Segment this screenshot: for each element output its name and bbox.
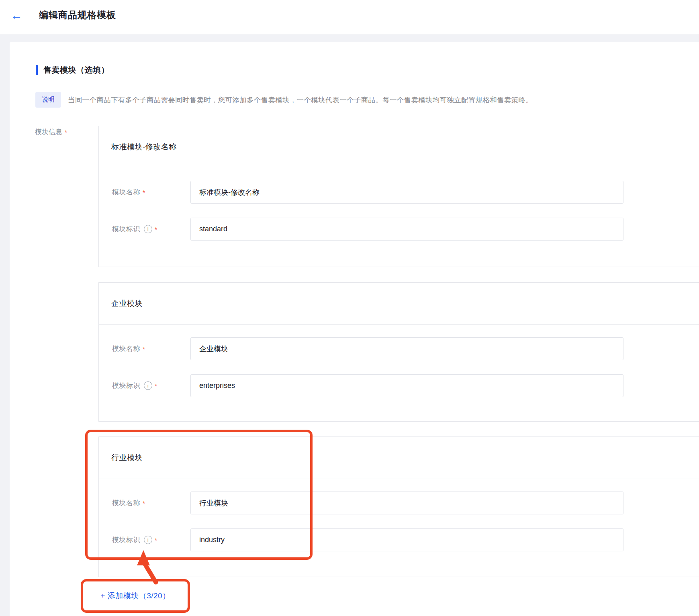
module-card-standard: 标准模块-修改名称 模块名称* 模块标识i* — [98, 126, 699, 267]
module-id-label: 模块标识 — [112, 224, 140, 234]
page-title: 编辑商品规格模板 — [39, 0, 116, 30]
module-id-row: 模块标识i* — [112, 218, 699, 241]
back-arrow-icon[interactable]: ← — [10, 0, 22, 30]
module-id-input[interactable] — [190, 528, 623, 551]
top-header: ← 编辑商品规格模板 — [0, 0, 699, 34]
module-id-input[interactable] — [190, 374, 623, 397]
card-divider — [99, 168, 699, 168]
section-accent-bar — [36, 65, 38, 75]
required-mark: * — [143, 346, 145, 353]
module-name-input[interactable] — [190, 181, 623, 204]
note-text: 当同一个商品下有多个子商品需要同时售卖时，您可添加多个售卖模块，一个模块代表一个… — [68, 95, 533, 105]
required-mark: * — [143, 190, 145, 197]
required-mark: * — [143, 500, 145, 508]
module-name-row: 模块名称* — [112, 337, 699, 360]
module-id-input[interactable] — [190, 218, 623, 241]
module-card-title: 标准模块-修改名称 — [111, 126, 177, 168]
required-mark: * — [65, 129, 67, 136]
module-card-enterprise: 企业模块 模块名称* 模块标识i* — [98, 282, 699, 422]
add-module-area: + 添加模块（3/20） — [81, 579, 190, 613]
required-mark: * — [155, 226, 157, 234]
card-divider — [99, 479, 699, 479]
module-name-row: 模块名称* — [112, 181, 699, 204]
module-id-row: 模块标识i* — [112, 528, 699, 551]
module-name-input[interactable] — [190, 492, 623, 514]
module-card-industry: 行业模块 模块名称* 模块标识i* — [98, 437, 699, 577]
card-divider — [99, 324, 699, 325]
required-mark: * — [155, 537, 157, 545]
info-icon[interactable]: i — [144, 225, 152, 233]
module-name-label: 模块名称 — [112, 498, 140, 508]
info-icon[interactable]: i — [144, 381, 152, 390]
module-id-row: 模块标识i* — [112, 374, 699, 397]
module-card-title: 企业模块 — [111, 283, 143, 324]
module-id-label: 模块标识 — [112, 535, 140, 545]
note-row: 说明 当同一个商品下有多个子商品需要同时售卖时，您可添加多个售卖模块，一个模块代… — [35, 92, 699, 108]
note-badge: 说明 — [35, 92, 61, 108]
add-module-button[interactable]: + 添加模块（3/20） — [100, 591, 170, 601]
required-mark: * — [155, 383, 157, 390]
module-id-label: 模块标识 — [112, 381, 140, 390]
screen: ← 编辑商品规格模板 售卖模块（选填） 说明 当同一个商品下有多个子商品需要同时… — [0, 0, 699, 616]
info-icon[interactable]: i — [144, 536, 152, 544]
module-info-label: 模块信息* — [35, 127, 67, 137]
module-name-input[interactable] — [190, 337, 623, 360]
module-card-title: 行业模块 — [111, 437, 143, 479]
module-name-row: 模块名称* — [112, 492, 699, 514]
content-panel: 售卖模块（选填） 说明 当同一个商品下有多个子商品需要同时售卖时，您可添加多个售… — [10, 42, 699, 616]
section-header: 售卖模块（选填） — [36, 65, 109, 75]
section-title: 售卖模块（选填） — [43, 65, 109, 75]
module-name-label: 模块名称 — [112, 188, 140, 197]
module-name-label: 模块名称 — [112, 344, 140, 353]
